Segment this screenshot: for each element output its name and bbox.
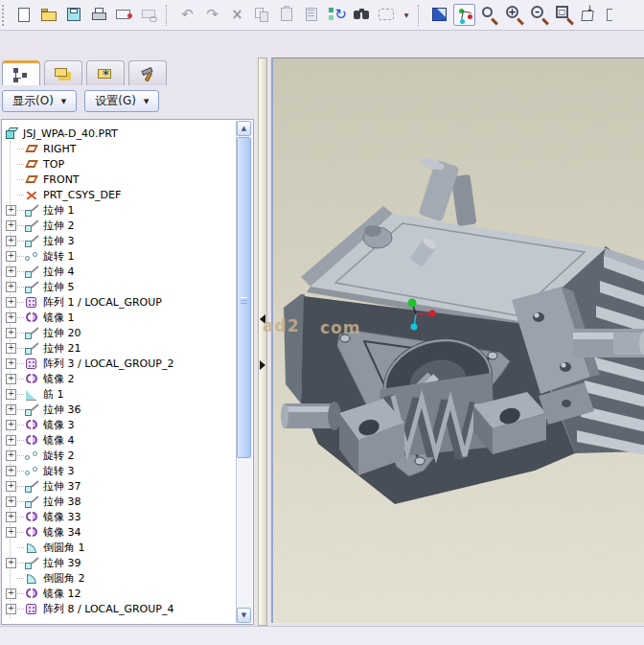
expand-toggle[interactable]: +	[6, 604, 16, 614]
tree-item[interactable]: +筋 1	[2, 386, 237, 402]
paste-special-icon[interactable]	[301, 4, 323, 26]
redo-icon[interactable]	[201, 4, 223, 26]
expand-toggle[interactable]: +	[6, 588, 16, 599]
tree-item-label: 拉伸 39	[42, 556, 81, 570]
tree-item[interactable]: +拉伸 5	[2, 279, 237, 294]
tab-model-tree[interactable]	[2, 60, 40, 85]
tree-item[interactable]: RIGHT	[2, 141, 237, 156]
expand-toggle[interactable]: +	[6, 481, 16, 492]
status-bar	[0, 626, 644, 645]
splitter-bar[interactable]	[258, 58, 267, 626]
saved-views-icon[interactable]	[578, 4, 600, 26]
dropdown-caret-icon[interactable]	[401, 4, 412, 26]
save-icon[interactable]	[63, 4, 85, 26]
3d-viewport[interactable]	[271, 58, 644, 623]
scroll-up-button[interactable]: ▲	[237, 121, 251, 136]
tree-item[interactable]: +旋转 3	[2, 463, 237, 478]
copy-icon[interactable]	[251, 4, 273, 26]
tree-item[interactable]: +镜像 12	[2, 586, 237, 601]
tree-item[interactable]: +拉伸 38	[2, 494, 237, 509]
open-icon[interactable]	[38, 4, 60, 26]
expand-toggle[interactable]: +	[6, 220, 16, 231]
display-dropdown-button[interactable]: 显示(O) ▼	[2, 90, 77, 112]
mail-link-icon[interactable]	[138, 4, 160, 26]
tree-item[interactable]: +拉伸 20	[2, 325, 237, 340]
repaint-icon[interactable]	[428, 4, 450, 26]
tree-item[interactable]: +旋转 2	[2, 448, 237, 463]
expand-toggle[interactable]: +	[6, 527, 16, 538]
expand-toggle[interactable]: +	[6, 343, 16, 354]
selection-box-icon[interactable]	[376, 4, 398, 26]
expand-toggle[interactable]: +	[6, 328, 16, 338]
tab-folder-browser[interactable]	[44, 60, 82, 85]
panel-splitter[interactable]	[255, 58, 271, 626]
regenerate-icon[interactable]	[326, 4, 348, 26]
tree-item[interactable]: +阵列 8 / LOCAL_GROUP_4	[2, 601, 237, 616]
tree-item[interactable]: TOP	[2, 156, 237, 172]
expand-toggle[interactable]: +	[6, 236, 16, 246]
csys-icon	[25, 189, 39, 201]
tree-scrollbar[interactable]: ▲ ▼	[236, 121, 252, 623]
expand-toggle[interactable]: +	[6, 435, 16, 446]
zoom-out-icon[interactable]	[528, 4, 550, 26]
zoom-in-icon[interactable]	[503, 4, 525, 26]
tree-item[interactable]: +拉伸 37	[2, 478, 237, 494]
tree-item-root[interactable]: JSJ_WPA-D_40.PRT	[2, 126, 237, 141]
expand-toggle[interactable]: +	[6, 205, 16, 216]
tree-item[interactable]: +拉伸 36	[2, 402, 237, 417]
clipped-edge-icon[interactable]	[603, 4, 612, 26]
expand-toggle[interactable]: +	[6, 312, 16, 323]
tree-item[interactable]: +拉伸 2	[2, 218, 237, 233]
settings-dropdown-button[interactable]: 设置(G) ▼	[84, 90, 159, 112]
undo-icon[interactable]	[176, 4, 198, 26]
scroll-down-button[interactable]: ▼	[237, 608, 251, 623]
tree-connector	[17, 394, 24, 395]
tree-item[interactable]: +镜像 2	[2, 371, 237, 386]
expand-toggle[interactable]: +	[6, 282, 16, 292]
print-icon[interactable]	[88, 4, 110, 26]
orient-mode-icon[interactable]	[478, 4, 500, 26]
expand-toggle[interactable]: +	[6, 358, 16, 369]
tree-item[interactable]: +拉伸 4	[2, 264, 237, 279]
tree-item[interactable]: +拉伸 3	[2, 233, 237, 248]
expand-toggle[interactable]: +	[6, 558, 16, 568]
tree-item[interactable]: +拉伸 21	[2, 340, 237, 356]
tab-connections[interactable]	[128, 60, 167, 85]
datum-plane-icon	[25, 143, 39, 155]
expand-toggle[interactable]: +	[6, 266, 16, 277]
expand-toggle[interactable]: +	[6, 466, 16, 476]
tree-item[interactable]: +拉伸 1	[2, 202, 237, 218]
expand-toggle[interactable]: +	[6, 389, 16, 400]
tree-item[interactable]: +镜像 34	[2, 524, 237, 540]
expand-toggle[interactable]: +	[6, 297, 16, 308]
tree-item[interactable]: +镜像 4	[2, 432, 237, 448]
expand-toggle[interactable]: +	[6, 251, 16, 262]
tree-item[interactable]: +镜像 33	[2, 509, 237, 524]
tree-item[interactable]: FRONT	[2, 172, 237, 187]
expand-toggle[interactable]: +	[6, 450, 16, 461]
tree-item[interactable]: PRT_CSYS_DEF	[2, 187, 237, 202]
tree-item[interactable]: 倒圆角 1	[2, 540, 237, 555]
tab-favorites[interactable]	[86, 60, 125, 85]
cut-icon[interactable]	[226, 4, 248, 26]
expand-toggle[interactable]: +	[6, 512, 16, 522]
tree-item[interactable]: +旋转 1	[2, 248, 237, 264]
tree-item[interactable]: +阵列 3 / LOCAL_GROUP_2	[2, 356, 237, 371]
tree-item[interactable]: +拉伸 39	[2, 555, 237, 570]
scrollbar-thumb[interactable]	[237, 137, 251, 458]
tree-item[interactable]: +阵列 1 / LOCAL_GROUP	[2, 294, 237, 310]
expand-toggle[interactable]: +	[6, 420, 16, 430]
refit-icon[interactable]	[553, 4, 575, 26]
find-icon[interactable]	[351, 4, 373, 26]
tree-item[interactable]: 倒圆角 2	[2, 570, 237, 586]
expand-toggle[interactable]: +	[6, 374, 16, 384]
paste-icon[interactable]	[276, 4, 298, 26]
spin-center-icon[interactable]	[453, 4, 475, 26]
expand-toggle[interactable]: +	[6, 496, 16, 507]
expand-toggle[interactable]: +	[6, 404, 16, 415]
send-mail-icon[interactable]	[113, 4, 135, 26]
expand-panel-arrow-icon[interactable]	[260, 360, 265, 370]
new-file-icon[interactable]	[13, 4, 35, 26]
tree-item[interactable]: +镜像 1	[2, 310, 237, 325]
tree-item[interactable]: +镜像 3	[2, 417, 237, 432]
